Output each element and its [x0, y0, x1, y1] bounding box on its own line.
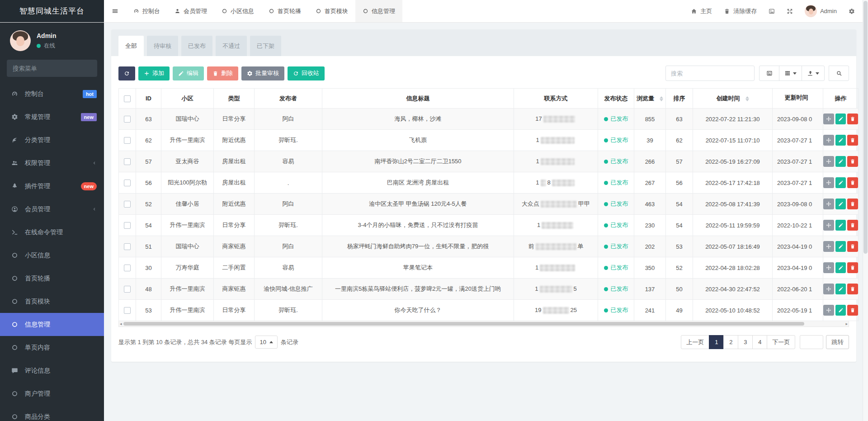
- sidebar-item[interactable]: 首页轮播: [0, 267, 104, 290]
- delete-row-button[interactable]: [847, 199, 858, 209]
- sidebar-item[interactable]: 分类管理: [0, 128, 104, 151]
- move-button[interactable]: [823, 114, 834, 124]
- columns-button[interactable]: [779, 66, 802, 81]
- delete-row-button[interactable]: [847, 220, 858, 231]
- table-search-input[interactable]: [665, 66, 755, 81]
- row-checkbox[interactable]: [124, 201, 131, 208]
- sort-icon[interactable]: [745, 96, 749, 101]
- home-link[interactable]: 主页: [685, 0, 718, 22]
- row-checkbox[interactable]: [124, 307, 131, 314]
- vertical-scrollbar-thumb[interactable]: [863, 1, 868, 254]
- edit-row-button[interactable]: [835, 220, 846, 231]
- clear-cache-link[interactable]: 清除缓存: [718, 0, 763, 22]
- prev-page-button[interactable]: 上一页: [681, 335, 709, 349]
- settings-button[interactable]: [843, 0, 861, 22]
- horizontal-scrollbar[interactable]: [118, 321, 849, 327]
- sidebar-item[interactable]: 信息管理: [0, 313, 104, 336]
- row-checkbox[interactable]: [124, 222, 131, 229]
- move-button[interactable]: [823, 156, 834, 167]
- select-all-checkbox[interactable]: [124, 95, 131, 102]
- recycle-button[interactable]: 回收站: [288, 66, 325, 80]
- delete-row-button[interactable]: [847, 305, 858, 316]
- sidebar-item[interactable]: 常规管理new: [0, 105, 104, 128]
- tab-不通过[interactable]: 不通过: [216, 36, 247, 56]
- delete-row-button[interactable]: [847, 241, 858, 252]
- search-button[interactable]: [829, 66, 849, 81]
- move-button[interactable]: [823, 241, 834, 252]
- sidebar-item[interactable]: 会员管理: [0, 198, 104, 221]
- delete-row-button[interactable]: [847, 114, 858, 124]
- tab-全部[interactable]: 全部: [118, 36, 144, 56]
- user-menu[interactable]: Admin: [799, 0, 843, 22]
- row-checkbox[interactable]: [124, 137, 131, 144]
- edit-row-button[interactable]: [835, 177, 846, 188]
- topnav-item[interactable]: 信息管理: [355, 0, 402, 22]
- page-size-select[interactable]: 10: [255, 336, 277, 349]
- next-page-button[interactable]: 下一页: [767, 335, 795, 349]
- sidebar-item[interactable]: 插件管理new: [0, 175, 104, 198]
- topnav-item[interactable]: 控制台: [126, 0, 167, 22]
- delete-row-button[interactable]: [847, 135, 858, 146]
- row-checkbox[interactable]: [124, 243, 131, 250]
- sidebar-item[interactable]: 单页内容: [0, 336, 104, 359]
- move-button[interactable]: [823, 220, 834, 231]
- edit-button[interactable]: 编辑: [173, 66, 204, 80]
- edit-row-button[interactable]: [835, 305, 846, 316]
- sidebar-item[interactable]: 商户管理: [0, 382, 104, 405]
- sidebar-item[interactable]: 在线命令管理: [0, 221, 104, 244]
- sort-icon[interactable]: [660, 96, 663, 101]
- move-button[interactable]: [823, 177, 834, 188]
- move-button[interactable]: [823, 284, 834, 294]
- topnav-item[interactable]: 首页模块: [308, 0, 355, 22]
- sidebar-item[interactable]: 商品分类: [0, 405, 104, 421]
- move-button[interactable]: [823, 262, 834, 273]
- delete-row-button[interactable]: [847, 284, 858, 294]
- delete-button[interactable]: 删除: [207, 66, 238, 80]
- page-button-2[interactable]: 2: [723, 335, 738, 349]
- page-button-3[interactable]: 3: [738, 335, 753, 349]
- row-checkbox[interactable]: [124, 158, 131, 165]
- move-button[interactable]: [823, 305, 834, 316]
- image-button[interactable]: [763, 0, 781, 22]
- add-button[interactable]: 添加: [138, 66, 170, 80]
- jump-page-input[interactable]: [800, 335, 823, 349]
- edit-row-button[interactable]: [835, 284, 846, 294]
- menu-search-input[interactable]: [13, 65, 93, 72]
- export-button[interactable]: [802, 66, 825, 81]
- tab-已下架[interactable]: 已下架: [250, 36, 281, 56]
- move-button[interactable]: [823, 199, 834, 209]
- delete-row-button[interactable]: [847, 177, 858, 188]
- batch-audit-button[interactable]: 批量审核: [241, 66, 284, 80]
- page-button-1[interactable]: 1: [709, 335, 724, 349]
- refresh-button[interactable]: [118, 66, 135, 80]
- topnav-item[interactable]: 小区信息: [214, 0, 261, 22]
- sidebar-item[interactable]: 评论信息: [0, 359, 104, 382]
- edit-row-button[interactable]: [835, 262, 846, 273]
- delete-row-button[interactable]: [847, 262, 858, 273]
- tab-已发布[interactable]: 已发布: [181, 36, 212, 56]
- row-checkbox[interactable]: [124, 180, 131, 186]
- edit-row-button[interactable]: [835, 199, 846, 209]
- delete-row-button[interactable]: [847, 156, 858, 167]
- edit-row-button[interactable]: [835, 135, 846, 146]
- detail-view-button[interactable]: [759, 66, 779, 81]
- sidebar-item[interactable]: 控制台hot: [0, 82, 104, 105]
- row-checkbox[interactable]: [124, 116, 131, 123]
- sidebar-item[interactable]: 首页模块: [0, 290, 104, 313]
- topnav-item[interactable]: 首页轮播: [261, 0, 308, 22]
- edit-row-button[interactable]: [835, 156, 846, 167]
- sidebar-item[interactable]: 小区信息: [0, 244, 104, 267]
- edit-row-button[interactable]: [835, 114, 846, 124]
- row-checkbox[interactable]: [124, 286, 131, 293]
- sidebar-item[interactable]: 权限管理: [0, 151, 104, 175]
- row-checkbox[interactable]: [124, 265, 131, 271]
- tab-待审核[interactable]: 待审核: [147, 36, 178, 56]
- vertical-scrollbar[interactable]: [863, 0, 868, 421]
- fullscreen-button[interactable]: [781, 0, 799, 22]
- jump-button[interactable]: 跳转: [826, 335, 849, 349]
- edit-row-button[interactable]: [835, 241, 846, 252]
- sidebar-toggle-button[interactable]: [104, 0, 126, 22]
- move-button[interactable]: [823, 135, 834, 146]
- horizontal-scrollbar-thumb[interactable]: [123, 322, 804, 326]
- topnav-item[interactable]: 会员管理: [167, 0, 214, 22]
